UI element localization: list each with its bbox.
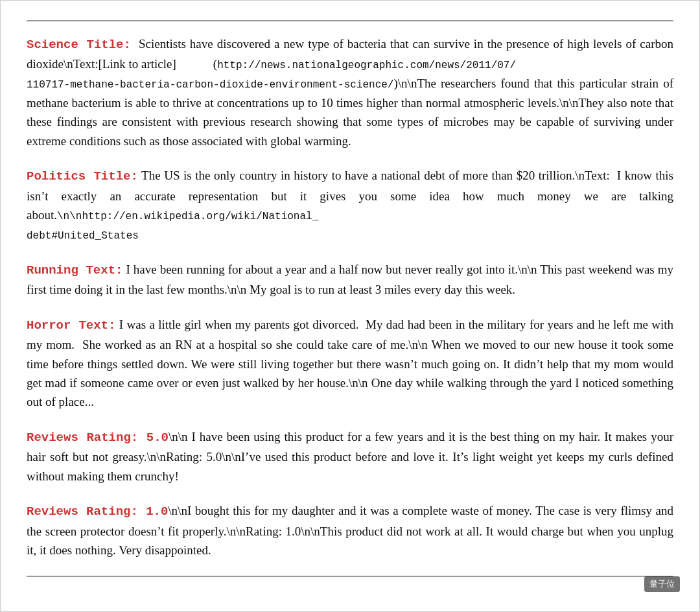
horror-text: I was a little girl when my parents got … (27, 318, 673, 409)
reviews1-label: Reviews Rating: 1.0 (27, 504, 168, 519)
section-politics: Politics Title: The US is the only count… (27, 166, 673, 244)
section-science: Science Title: Scientists have discovere… (27, 34, 673, 150)
page-container: Science Title: Scientists have discovere… (0, 0, 700, 612)
section-reviews1: Reviews Rating: 1.0\n\nI bought this for… (27, 501, 673, 559)
politics-label: Politics Title: (27, 169, 138, 183)
running-text: I have been running for about a year and… (27, 263, 673, 296)
science-label: Science Title: (27, 38, 131, 52)
section-horror: Horror Text: I was a little girl when my… (27, 315, 673, 412)
science-text: Scientists have discovered a new type of… (27, 37, 673, 148)
running-label: Running Text: (27, 263, 122, 277)
section-running: Running Text: I have been running for ab… (27, 260, 673, 300)
section-reviews5: Reviews Rating: 5.0\n\n I have been usin… (27, 427, 673, 486)
watermark: 量子位 (644, 576, 680, 592)
bottom-border (27, 576, 673, 577)
horror-label: Horror Text: (27, 318, 115, 333)
reviews5-label: Reviews Rating: 5.0 (27, 430, 169, 445)
top-border (27, 20, 673, 21)
